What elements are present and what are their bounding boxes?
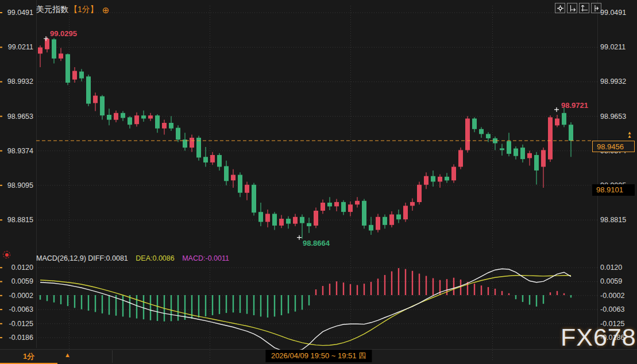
axis-scale-bottom-icon[interactable] bbox=[579, 3, 589, 13]
chart-canvas[interactable] bbox=[0, 0, 637, 364]
period-label: 【1分】 bbox=[70, 5, 98, 15]
window-toolbar bbox=[555, 3, 601, 13]
axis-scale-left-icon[interactable] bbox=[567, 3, 577, 13]
axis-tick-label: 98.9653 bbox=[600, 113, 626, 121]
chart-header: 美元指数 【1分】 ⊕ bbox=[36, 5, 109, 15]
date-range-label: 2026/04/09 19:50 ~ 19:51 四 bbox=[265, 350, 372, 362]
axis-tick-label: -0.0063 bbox=[600, 305, 624, 313]
macd-header: MACD(26,12,9) DIFF:0.0081 DEA:0.0086 MAC… bbox=[36, 254, 235, 262]
tab-1min[interactable]: 1分 bbox=[0, 350, 57, 364]
symbol-title: 美元指数 bbox=[36, 5, 68, 15]
axis-tick-label: 0.0120 bbox=[600, 264, 622, 272]
axis-tick-label: 98.9932 bbox=[600, 78, 626, 86]
crosshair-icon[interactable] bbox=[555, 3, 565, 13]
axis-tick-label: 0.0059 bbox=[600, 277, 622, 285]
session-low-label: 98.8664 bbox=[303, 239, 330, 247]
axis-tick-label: -0.0125 bbox=[2, 320, 33, 328]
axis-tick-label: 98.8815 bbox=[600, 216, 626, 224]
period-sort-arrow-icon[interactable]: ▲ bbox=[64, 351, 71, 358]
settings-icon[interactable]: ⊕ bbox=[102, 6, 110, 14]
axis-tick-label: 99.0491 bbox=[2, 9, 33, 17]
axis-tick-label: 98.9095 bbox=[2, 181, 33, 189]
indicator-settings-icon[interactable] bbox=[2, 250, 11, 260]
session-high-label: 99.0295 bbox=[50, 29, 77, 38]
axis-tick-label: 99.0211 bbox=[2, 43, 33, 51]
current-price-tag: 98.9456 bbox=[592, 141, 635, 152]
macd-dea-label: DEA:0.0086 bbox=[136, 254, 174, 262]
watermark: FX678 bbox=[561, 323, 636, 351]
axis-tick-label: 99.0491 bbox=[600, 9, 626, 17]
chart-window: 美元指数 【1分】 ⊕ 99.049199.021198.993298.9653… bbox=[0, 0, 637, 364]
dot-shape bbox=[5, 253, 9, 257]
axis-tick-label: 99.0211 bbox=[600, 43, 626, 51]
axis-tick-label: -0.0002 bbox=[2, 292, 33, 300]
reference-price-tag: 98.9101 bbox=[592, 184, 635, 196]
macd-value-label: MACD:-0.0011 bbox=[182, 254, 229, 262]
swing-high-label: 98.9721 bbox=[561, 101, 588, 110]
axis-tick-label: -0.0002 bbox=[600, 292, 624, 300]
axis-tick-label: 98.9374 bbox=[2, 147, 33, 155]
footer-divider bbox=[112, 350, 113, 363]
scroll-to-latest-icon[interactable]: ▲▲ bbox=[627, 131, 632, 138]
axis-tick-label: 0.0059 bbox=[2, 277, 33, 285]
axis-tick-label: 0.0120 bbox=[2, 264, 33, 272]
macd-main-label: MACD(26,12,9) DIFF:0.0081 bbox=[36, 254, 128, 262]
axis-tick-label: -0.0186 bbox=[2, 334, 33, 342]
axis-tick-label: 98.9932 bbox=[2, 78, 33, 86]
axis-tick-label: 98.8815 bbox=[2, 216, 33, 224]
axis-tick-label: 98.9653 bbox=[2, 113, 33, 121]
axis-tick-label: -0.0063 bbox=[2, 305, 33, 313]
